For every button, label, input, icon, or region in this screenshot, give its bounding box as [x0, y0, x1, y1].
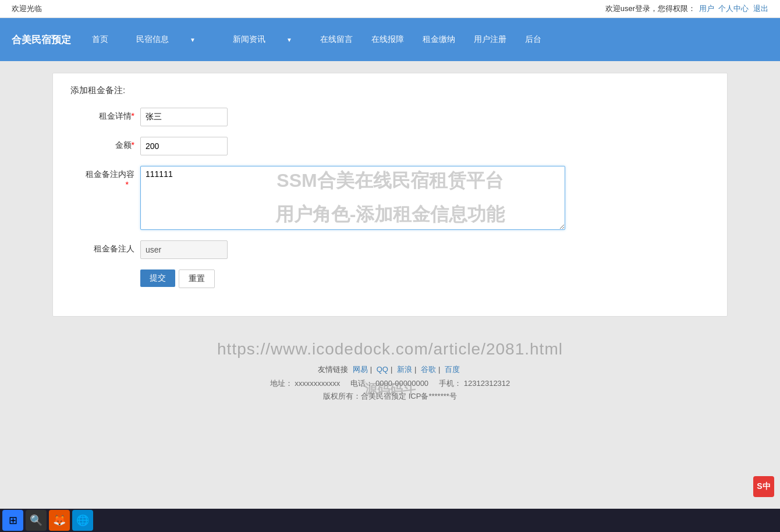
footer: https://www.icodedock.com/article/2081.h…: [0, 328, 780, 413]
nav-link-register[interactable]: 用户注册: [465, 26, 516, 53]
taskbar: ⊞ 🔍 🦊 🌐: [0, 509, 780, 532]
taskbar-icon-3[interactable]: 🦊: [49, 510, 70, 531]
form-card-title: 添加租金备注:: [70, 85, 710, 96]
logout-link[interactable]: 退出: [753, 4, 768, 13]
nav-link-minsu[interactable]: 民宿信息 ▼: [118, 18, 214, 61]
nav-link-repair[interactable]: 在线报障: [362, 26, 413, 53]
nav-item-home[interactable]: 首页: [83, 26, 118, 53]
nav-item-register[interactable]: 用户注册: [465, 26, 516, 53]
label-detail: 租金详情*: [70, 108, 140, 122]
label-amount: 金额*: [70, 137, 140, 151]
label-annotator: 租金备注人: [70, 240, 140, 254]
label-content: 租金备注内容 *: [70, 166, 140, 189]
link-xinlang[interactable]: 新浪: [397, 365, 412, 374]
news-dropdown-arrow: ▼: [277, 29, 302, 51]
form-buttons-row: 提交 重置: [70, 269, 710, 288]
reset-button[interactable]: 重置: [179, 269, 215, 288]
top-bar-right: 欢迎user登录，您得权限： 用户 个人中心 退出: [604, 3, 768, 14]
nav-item-minsu[interactable]: 民宿信息 ▼: [118, 18, 214, 61]
phone-value: 0000-00000000: [375, 379, 428, 388]
welcome-right-text: 欢迎user登录，您得权限：: [605, 4, 696, 13]
link-qq[interactable]: QQ: [377, 365, 388, 374]
taskbar-icon-1[interactable]: ⊞: [2, 510, 23, 531]
footer-url: https://www.icodedock.com/article/2081.h…: [12, 340, 768, 359]
phone-label: 电话：: [350, 379, 373, 388]
input-amount[interactable]: [140, 137, 228, 155]
input-annotator: [140, 240, 228, 259]
copyright-text: 版权所有：合美民宿预定 ICP备*******号: [323, 392, 457, 400]
mobile-label: 手机：: [439, 379, 462, 388]
form-row-amount: 金额*: [70, 137, 710, 155]
footer-copyright: 源码码斗 版权所有：合美民宿预定 ICP备*******号: [12, 391, 768, 402]
user-role-link[interactable]: 用户: [699, 4, 714, 13]
address-label: 地址：: [270, 379, 293, 388]
submit-button[interactable]: 提交: [140, 269, 175, 287]
link-google[interactable]: 谷歌: [421, 365, 436, 374]
nav-link-home[interactable]: 首页: [83, 26, 118, 53]
minsu-dropdown-arrow: ▼: [180, 29, 205, 51]
nav-link-backend[interactable]: 后台: [516, 26, 551, 53]
navbar-brand[interactable]: 合美民宿预定: [12, 33, 71, 47]
nav-item-message[interactable]: 在线留言: [311, 26, 362, 53]
nav-item-rent[interactable]: 租金缴纳: [413, 26, 465, 53]
link-wangyi[interactable]: 网易: [353, 365, 368, 374]
nav-items: 首页 民宿信息 ▼ 新闻资讯 ▼ 在线留言 在线报障 租金缴纳 用户注册 后台: [83, 18, 551, 61]
taskbar-icon-2[interactable]: 🔍: [26, 510, 47, 531]
form-row-annotator: 租金备注人: [70, 240, 710, 259]
nav-item-backend[interactable]: 后台: [516, 26, 551, 53]
welcome-left: 欢迎光临: [12, 3, 42, 14]
footer-links: 友情链接 网易| QQ| 新浪| 谷歌| 百度: [12, 364, 768, 375]
personal-center-link[interactable]: 个人中心: [718, 4, 749, 13]
friends-label: 友情链接: [318, 365, 348, 374]
form-row-detail: 租金详情*: [70, 108, 710, 126]
link-baidu[interactable]: 百度: [445, 365, 460, 374]
sogou-icon[interactable]: S中: [753, 476, 774, 497]
navbar: 合美民宿预定 首页 民宿信息 ▼ 新闻资讯 ▼ 在线留言 在线报障 租金缴纳 用…: [0, 18, 780, 61]
nav-link-news[interactable]: 新闻资讯 ▼: [214, 18, 311, 61]
footer-info: 地址： xxxxxxxxxxxx 电话： 0000-00000000 手机： 1…: [12, 378, 768, 389]
address-value: xxxxxxxxxxxx: [295, 379, 340, 388]
nav-item-repair[interactable]: 在线报障: [362, 26, 413, 53]
nav-link-rent[interactable]: 租金缴纳: [413, 26, 465, 53]
form-card: 添加租金备注: SSM合美在线民宿租赁平台 用户角色-添加租金信息功能 租金详情…: [52, 73, 728, 317]
input-detail[interactable]: [140, 108, 228, 126]
form-wrapper: SSM合美在线民宿租赁平台 用户角色-添加租金信息功能 租金详情* 金额*: [70, 108, 710, 288]
form-row-content: 租金备注内容 * 111111: [70, 166, 710, 230]
textarea-content[interactable]: 111111: [140, 166, 565, 230]
nav-link-message[interactable]: 在线留言: [311, 26, 362, 53]
mobile-value: 12312312312: [464, 379, 510, 388]
top-bar: 欢迎光临 欢迎user登录，您得权限： 用户 个人中心 退出: [0, 0, 780, 18]
taskbar-icon-4[interactable]: 🌐: [72, 510, 93, 531]
main-content: 添加租金备注: SSM合美在线民宿租赁平台 用户角色-添加租金信息功能 租金详情…: [41, 73, 739, 317]
nav-item-news[interactable]: 新闻资讯 ▼: [214, 18, 311, 61]
